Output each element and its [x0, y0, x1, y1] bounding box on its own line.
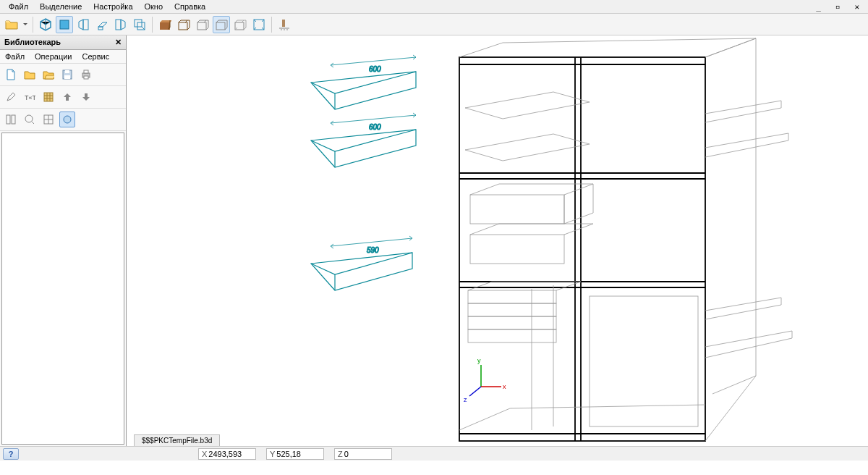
svg-text:x: x	[503, 383, 506, 390]
view-wire1-button[interactable]	[194, 16, 211, 33]
menu-settings[interactable]: Настройка	[88, 1, 138, 12]
tool-grid-button[interactable]	[41, 89, 56, 105]
svg-text:z: z	[464, 396, 467, 403]
svg-text:y: y	[477, 357, 481, 364]
svg-rect-39	[470, 235, 564, 264]
panel-menubar: Файл Операции Сервис	[0, 50, 126, 64]
view-zoom-area-button[interactable]	[131, 16, 148, 33]
svg-rect-44	[590, 296, 698, 426]
separator	[271, 17, 272, 33]
panel-toolbar-3	[0, 109, 126, 131]
folder-button[interactable]	[22, 67, 38, 83]
svg-rect-8	[197, 22, 206, 30]
workspace: Библиотекарь ✕ Файл Операции Сервис T«T	[0, 35, 868, 446]
save-button[interactable]	[59, 67, 75, 83]
coord-y-value: 525,18	[276, 450, 301, 458]
svg-rect-3	[116, 20, 121, 30]
view-top-button[interactable]	[93, 16, 111, 33]
align-button[interactable]	[276, 16, 293, 33]
open-folder-button[interactable]	[3, 16, 20, 33]
view-wire2-button[interactable]	[213, 16, 230, 33]
svg-text:590: 590	[367, 246, 379, 254]
menu-window[interactable]: Окно	[139, 1, 169, 12]
coord-x: X 2493,593	[198, 448, 256, 460]
menu-help[interactable]: Справка	[169, 1, 211, 12]
svg-rect-2	[98, 27, 103, 30]
material-wire-button[interactable]	[175, 16, 192, 33]
svg-rect-42	[468, 316, 556, 329]
3d-viewport[interactable]: 600 600 590	[127, 35, 868, 446]
separator	[152, 17, 153, 33]
panel-toolbar-2: T«T	[0, 86, 126, 109]
view-front-button[interactable]	[56, 16, 73, 33]
coord-y-label: Y	[270, 450, 275, 458]
tool-text-button[interactable]: T«T	[22, 89, 38, 105]
svg-rect-1	[83, 20, 88, 30]
coord-z: Z 0	[334, 448, 392, 460]
view-tool4-button[interactable]	[59, 112, 75, 127]
new-file-button[interactable]	[3, 67, 19, 83]
panel-menu-file[interactable]: Файл	[3, 51, 27, 62]
svg-rect-4	[135, 20, 142, 27]
folder-open-button[interactable]	[41, 67, 56, 83]
fit-button[interactable]	[250, 16, 268, 33]
material-solid-button[interactable]	[156, 16, 174, 33]
view-tool1-button[interactable]	[3, 112, 19, 127]
view-right-button[interactable]	[112, 16, 129, 33]
menu-select[interactable]: Выделение	[34, 1, 88, 12]
svg-point-25	[64, 116, 71, 123]
print-button[interactable]	[78, 67, 94, 83]
open-folder-dropdown[interactable]	[22, 16, 29, 33]
main-toolbar	[0, 14, 868, 35]
panel-close-button[interactable]: ✕	[115, 38, 122, 47]
main-menubar: Файл Выделение Настройка Окно Справка _ …	[0, 0, 868, 14]
svg-rect-22	[12, 115, 15, 124]
coord-y: Y 525,18	[266, 448, 324, 460]
document-tab[interactable]: $$$PKCTempFile.b3d	[134, 434, 220, 446]
close-button[interactable]: ✕	[848, 1, 865, 13]
svg-rect-41	[468, 303, 556, 316]
coord-z-value: 0	[344, 450, 349, 458]
menu-file[interactable]: Файл	[3, 1, 34, 12]
view-iso-button[interactable]	[37, 16, 54, 33]
maximize-button[interactable]: ▫	[830, 1, 846, 13]
svg-rect-7	[179, 22, 187, 30]
coord-x-value: 2493,593	[208, 450, 242, 458]
tool-edit-button[interactable]	[3, 89, 19, 105]
svg-rect-43	[468, 329, 556, 342]
help-button[interactable]: ?	[3, 448, 19, 460]
svg-rect-40	[468, 290, 556, 303]
window-controls: _ ▫ ✕	[810, 1, 865, 13]
arrow-up-button[interactable]	[59, 89, 75, 105]
svg-rect-20	[44, 93, 53, 101]
arrow-down-button[interactable]	[78, 89, 94, 105]
svg-point-23	[25, 115, 33, 122]
panel-toolbar-1	[0, 64, 126, 86]
svg-rect-29	[459, 57, 705, 441]
svg-rect-21	[7, 115, 10, 124]
view-wire3-button[interactable]	[231, 16, 249, 33]
svg-rect-9	[216, 22, 225, 30]
document-tabs: $$$PKCTempFile.b3d	[134, 434, 220, 446]
librarian-panel: Библиотекарь ✕ Файл Операции Сервис T«T	[0, 35, 127, 446]
svg-rect-12	[282, 20, 285, 27]
library-tree[interactable]	[1, 133, 124, 445]
minimize-button[interactable]: _	[810, 1, 827, 13]
view-tool2-button[interactable]	[22, 112, 38, 127]
svg-rect-38	[470, 195, 564, 224]
svg-rect-18	[84, 76, 88, 79]
panel-menu-service[interactable]: Сервис	[80, 51, 112, 62]
panel-title-bar: Библиотекарь ✕	[0, 35, 126, 50]
svg-rect-15	[65, 70, 69, 73]
separator	[33, 17, 33, 33]
svg-text:600: 600	[369, 65, 381, 73]
view-tool3-button[interactable]	[41, 112, 56, 127]
svg-rect-0	[60, 20, 69, 29]
model-drawing: 600 600 590	[127, 35, 868, 446]
view-left-button[interactable]	[75, 16, 92, 33]
svg-text:T«T: T«T	[25, 94, 35, 101]
coord-z-label: Z	[338, 450, 343, 458]
panel-menu-operations[interactable]: Операции	[33, 51, 74, 62]
svg-text:600: 600	[369, 123, 381, 131]
svg-rect-14	[64, 75, 70, 79]
